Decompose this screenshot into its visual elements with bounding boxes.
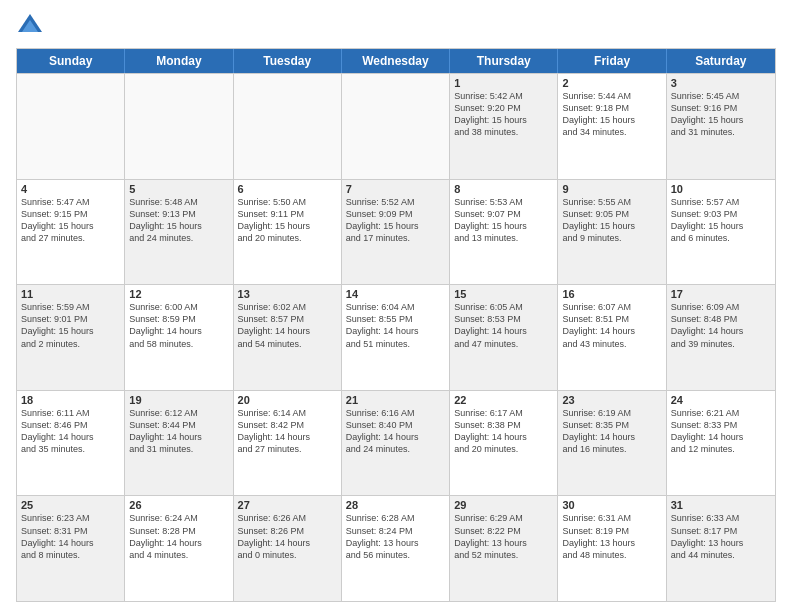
cell-text: Sunrise: 5:47 AM Sunset: 9:15 PM Dayligh… — [21, 196, 120, 245]
cal-cell-23: 23Sunrise: 6:19 AM Sunset: 8:35 PM Dayli… — [558, 391, 666, 496]
day-number: 21 — [346, 394, 445, 406]
day-number: 31 — [671, 499, 771, 511]
day-number: 23 — [562, 394, 661, 406]
cell-text: Sunrise: 6:09 AM Sunset: 8:48 PM Dayligh… — [671, 301, 771, 350]
cal-cell-20: 20Sunrise: 6:14 AM Sunset: 8:42 PM Dayli… — [234, 391, 342, 496]
day-number: 6 — [238, 183, 337, 195]
day-number: 24 — [671, 394, 771, 406]
header-day-thursday: Thursday — [450, 49, 558, 73]
cal-cell-21: 21Sunrise: 6:16 AM Sunset: 8:40 PM Dayli… — [342, 391, 450, 496]
cal-cell-2: 2Sunrise: 5:44 AM Sunset: 9:18 PM Daylig… — [558, 74, 666, 179]
header — [16, 12, 776, 40]
logo-icon — [16, 12, 44, 40]
day-number: 3 — [671, 77, 771, 89]
cell-text: Sunrise: 6:16 AM Sunset: 8:40 PM Dayligh… — [346, 407, 445, 456]
day-number: 18 — [21, 394, 120, 406]
cal-cell-15: 15Sunrise: 6:05 AM Sunset: 8:53 PM Dayli… — [450, 285, 558, 390]
day-number: 20 — [238, 394, 337, 406]
cell-text: Sunrise: 6:31 AM Sunset: 8:19 PM Dayligh… — [562, 512, 661, 561]
calendar: SundayMondayTuesdayWednesdayThursdayFrid… — [16, 48, 776, 602]
cell-text: Sunrise: 5:59 AM Sunset: 9:01 PM Dayligh… — [21, 301, 120, 350]
cell-text: Sunrise: 5:57 AM Sunset: 9:03 PM Dayligh… — [671, 196, 771, 245]
cal-cell-8: 8Sunrise: 5:53 AM Sunset: 9:07 PM Daylig… — [450, 180, 558, 285]
cell-text: Sunrise: 6:33 AM Sunset: 8:17 PM Dayligh… — [671, 512, 771, 561]
cal-cell-26: 26Sunrise: 6:24 AM Sunset: 8:28 PM Dayli… — [125, 496, 233, 601]
cal-cell-22: 22Sunrise: 6:17 AM Sunset: 8:38 PM Dayli… — [450, 391, 558, 496]
cal-cell-12: 12Sunrise: 6:00 AM Sunset: 8:59 PM Dayli… — [125, 285, 233, 390]
header-day-tuesday: Tuesday — [234, 49, 342, 73]
cell-text: Sunrise: 5:42 AM Sunset: 9:20 PM Dayligh… — [454, 90, 553, 139]
cell-text: Sunrise: 6:04 AM Sunset: 8:55 PM Dayligh… — [346, 301, 445, 350]
cal-cell-30: 30Sunrise: 6:31 AM Sunset: 8:19 PM Dayli… — [558, 496, 666, 601]
header-day-friday: Friday — [558, 49, 666, 73]
day-number: 13 — [238, 288, 337, 300]
day-number: 16 — [562, 288, 661, 300]
day-number: 28 — [346, 499, 445, 511]
day-number: 17 — [671, 288, 771, 300]
cell-text: Sunrise: 6:17 AM Sunset: 8:38 PM Dayligh… — [454, 407, 553, 456]
day-number: 7 — [346, 183, 445, 195]
cell-text: Sunrise: 6:14 AM Sunset: 8:42 PM Dayligh… — [238, 407, 337, 456]
day-number: 2 — [562, 77, 661, 89]
cell-text: Sunrise: 5:45 AM Sunset: 9:16 PM Dayligh… — [671, 90, 771, 139]
day-number: 27 — [238, 499, 337, 511]
cal-cell-13: 13Sunrise: 6:02 AM Sunset: 8:57 PM Dayli… — [234, 285, 342, 390]
cal-cell-empty-0-1 — [125, 74, 233, 179]
day-number: 4 — [21, 183, 120, 195]
day-number: 25 — [21, 499, 120, 511]
day-number: 26 — [129, 499, 228, 511]
cell-text: Sunrise: 6:00 AM Sunset: 8:59 PM Dayligh… — [129, 301, 228, 350]
cell-text: Sunrise: 6:28 AM Sunset: 8:24 PM Dayligh… — [346, 512, 445, 561]
cal-cell-27: 27Sunrise: 6:26 AM Sunset: 8:26 PM Dayli… — [234, 496, 342, 601]
cell-text: Sunrise: 6:21 AM Sunset: 8:33 PM Dayligh… — [671, 407, 771, 456]
cal-cell-14: 14Sunrise: 6:04 AM Sunset: 8:55 PM Dayli… — [342, 285, 450, 390]
cell-text: Sunrise: 5:53 AM Sunset: 9:07 PM Dayligh… — [454, 196, 553, 245]
cal-cell-17: 17Sunrise: 6:09 AM Sunset: 8:48 PM Dayli… — [667, 285, 775, 390]
cal-cell-10: 10Sunrise: 5:57 AM Sunset: 9:03 PM Dayli… — [667, 180, 775, 285]
cal-cell-29: 29Sunrise: 6:29 AM Sunset: 8:22 PM Dayli… — [450, 496, 558, 601]
cal-cell-4: 4Sunrise: 5:47 AM Sunset: 9:15 PM Daylig… — [17, 180, 125, 285]
cal-cell-31: 31Sunrise: 6:33 AM Sunset: 8:17 PM Dayli… — [667, 496, 775, 601]
cell-text: Sunrise: 5:48 AM Sunset: 9:13 PM Dayligh… — [129, 196, 228, 245]
cell-text: Sunrise: 6:12 AM Sunset: 8:44 PM Dayligh… — [129, 407, 228, 456]
cal-cell-empty-0-3 — [342, 74, 450, 179]
day-number: 1 — [454, 77, 553, 89]
cell-text: Sunrise: 5:50 AM Sunset: 9:11 PM Dayligh… — [238, 196, 337, 245]
header-day-saturday: Saturday — [667, 49, 775, 73]
cell-text: Sunrise: 6:07 AM Sunset: 8:51 PM Dayligh… — [562, 301, 661, 350]
header-day-wednesday: Wednesday — [342, 49, 450, 73]
logo — [16, 12, 48, 40]
cal-cell-1: 1Sunrise: 5:42 AM Sunset: 9:20 PM Daylig… — [450, 74, 558, 179]
cal-cell-19: 19Sunrise: 6:12 AM Sunset: 8:44 PM Dayli… — [125, 391, 233, 496]
cal-cell-empty-0-2 — [234, 74, 342, 179]
day-number: 11 — [21, 288, 120, 300]
calendar-row-0: 1Sunrise: 5:42 AM Sunset: 9:20 PM Daylig… — [17, 73, 775, 179]
cal-cell-28: 28Sunrise: 6:28 AM Sunset: 8:24 PM Dayli… — [342, 496, 450, 601]
day-number: 10 — [671, 183, 771, 195]
day-number: 5 — [129, 183, 228, 195]
calendar-row-3: 18Sunrise: 6:11 AM Sunset: 8:46 PM Dayli… — [17, 390, 775, 496]
calendar-row-2: 11Sunrise: 5:59 AM Sunset: 9:01 PM Dayli… — [17, 284, 775, 390]
cell-text: Sunrise: 5:55 AM Sunset: 9:05 PM Dayligh… — [562, 196, 661, 245]
header-day-sunday: Sunday — [17, 49, 125, 73]
day-number: 12 — [129, 288, 228, 300]
cell-text: Sunrise: 5:52 AM Sunset: 9:09 PM Dayligh… — [346, 196, 445, 245]
day-number: 14 — [346, 288, 445, 300]
cell-text: Sunrise: 6:02 AM Sunset: 8:57 PM Dayligh… — [238, 301, 337, 350]
cell-text: Sunrise: 6:19 AM Sunset: 8:35 PM Dayligh… — [562, 407, 661, 456]
cell-text: Sunrise: 6:05 AM Sunset: 8:53 PM Dayligh… — [454, 301, 553, 350]
cal-cell-empty-0-0 — [17, 74, 125, 179]
day-number: 15 — [454, 288, 553, 300]
cal-cell-16: 16Sunrise: 6:07 AM Sunset: 8:51 PM Dayli… — [558, 285, 666, 390]
cell-text: Sunrise: 5:44 AM Sunset: 9:18 PM Dayligh… — [562, 90, 661, 139]
calendar-row-4: 25Sunrise: 6:23 AM Sunset: 8:31 PM Dayli… — [17, 495, 775, 601]
cal-cell-25: 25Sunrise: 6:23 AM Sunset: 8:31 PM Dayli… — [17, 496, 125, 601]
cal-cell-3: 3Sunrise: 5:45 AM Sunset: 9:16 PM Daylig… — [667, 74, 775, 179]
calendar-body: 1Sunrise: 5:42 AM Sunset: 9:20 PM Daylig… — [17, 73, 775, 601]
cell-text: Sunrise: 6:11 AM Sunset: 8:46 PM Dayligh… — [21, 407, 120, 456]
cell-text: Sunrise: 6:24 AM Sunset: 8:28 PM Dayligh… — [129, 512, 228, 561]
day-number: 30 — [562, 499, 661, 511]
cell-text: Sunrise: 6:29 AM Sunset: 8:22 PM Dayligh… — [454, 512, 553, 561]
cal-cell-18: 18Sunrise: 6:11 AM Sunset: 8:46 PM Dayli… — [17, 391, 125, 496]
cal-cell-7: 7Sunrise: 5:52 AM Sunset: 9:09 PM Daylig… — [342, 180, 450, 285]
